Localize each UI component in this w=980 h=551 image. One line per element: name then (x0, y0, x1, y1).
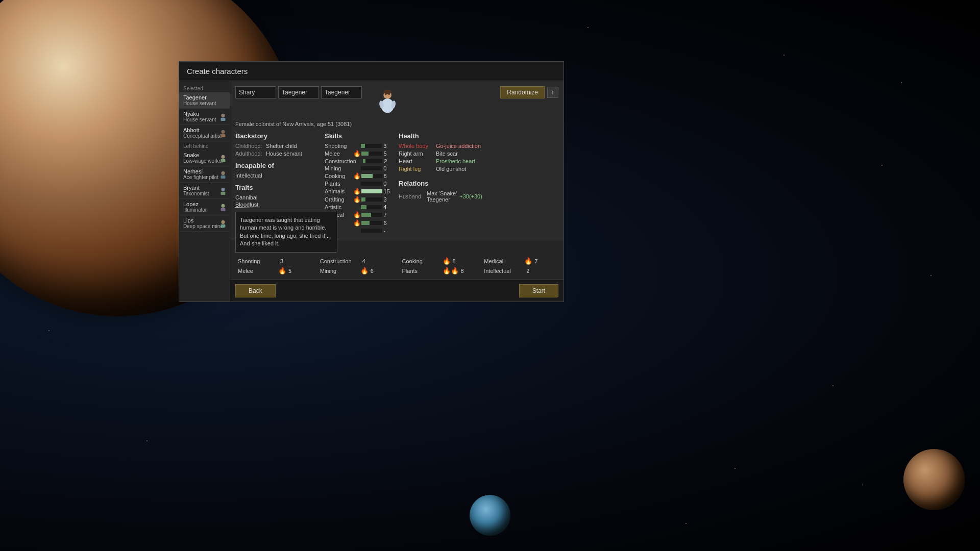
char-item-snake[interactable]: Snake Low-wage worker (179, 150, 230, 166)
ts-plants: Plants 🔥🔥 8 (402, 267, 474, 274)
ts-medical: Medical 🔥 7 (484, 257, 556, 265)
char-item-lopez[interactable]: Lopez Illuminator (179, 199, 230, 215)
health-row-1: Whole body Go-juice addiction (399, 143, 558, 149)
portrait-svg (374, 88, 402, 116)
health-condition-bite-scar: Bite scar (436, 151, 458, 157)
middle-name-input[interactable] (278, 86, 319, 98)
incapable-intellectual: Intellectual (235, 172, 317, 179)
char-item-lips[interactable]: Lips Deep space miner (179, 215, 230, 232)
main-content: Randomize i Female colonist of New Arriv… (230, 81, 564, 240)
main-area: Randomize i Female colonist of New Arriv… (230, 81, 564, 302)
bottom-buttons: Back Start (230, 280, 564, 302)
health-part-heart: Heart (399, 158, 432, 164)
skill-melee: Melee 🔥 5 (325, 150, 391, 157)
health-condition-gojuice: Go-juice addiction (436, 143, 481, 149)
health-title: Health (399, 132, 558, 140)
traits-section: Traits Cannibal Bloodlust Taegener was t… (235, 184, 317, 208)
svg-rect-7 (221, 175, 226, 178)
lips-avatar (218, 219, 228, 228)
ts-intellectual: Intellectual 2 (484, 267, 556, 274)
relations-section: Relations Husband Max 'Snake'Taegener +3… (399, 180, 558, 203)
backstory-adulthood-row: Adulthood: House servant (235, 151, 317, 157)
ts-construction: Construction 4 (320, 257, 392, 265)
svg-rect-9 (221, 191, 226, 194)
nyaku-avatar (218, 112, 228, 121)
trait-bloodlust[interactable]: Bloodlust Taegener was taught that eatin… (235, 202, 317, 208)
ts-cooking: Cooking 🔥 8 (402, 257, 474, 265)
trait-cannibal[interactable]: Cannibal (235, 194, 317, 201)
svg-point-10 (221, 204, 225, 207)
skill-crafting: Crafting 🔥 3 (325, 196, 391, 203)
first-name-input[interactable] (235, 86, 276, 98)
health-part-whole-body: Whole body (399, 143, 432, 149)
lopez-avatar (218, 203, 228, 212)
char-item-taegener[interactable]: Taegener House servant (179, 92, 230, 109)
left-column: Backstory Childhood: Shelter child Adult… (235, 132, 317, 235)
skill-mining: Mining 0 (325, 165, 391, 171)
char-item-abbott[interactable]: Abbott Conceptual artist (179, 125, 230, 141)
character-portrait (372, 86, 403, 117)
adulthood-label: Adulthood: (235, 151, 263, 157)
svg-point-17 (388, 94, 389, 95)
skill-shooting: Shooting 3 (325, 143, 391, 149)
skill-cooking: Cooking 🔥 8 (325, 172, 391, 180)
char-item-nyaku[interactable]: Nyaku House servant (179, 109, 230, 125)
abbott-avatar (218, 129, 228, 138)
svg-rect-13 (221, 224, 226, 227)
back-button[interactable]: Back (235, 284, 276, 297)
char-item-nerhesi[interactable]: Nerhesi Ace fighter pilot (179, 166, 230, 183)
character-list-sidebar: Selected Taegener House servant Nyaku Ho… (179, 81, 230, 302)
name-inputs (235, 86, 362, 98)
top-row: Randomize i (235, 86, 558, 117)
create-characters-dialog: Create characters Selected Taegener Hous… (179, 61, 564, 302)
skill-construction: Construction 2 (325, 158, 391, 164)
childhood-val: Shelter child (266, 143, 297, 149)
relation-type-husband: Husband (399, 193, 424, 199)
svg-rect-11 (221, 208, 226, 211)
svg-point-16 (385, 94, 386, 95)
start-button[interactable]: Start (519, 284, 558, 297)
svg-point-12 (221, 220, 225, 223)
incapable-title: Incapable of (235, 162, 317, 169)
health-part-right-arm: Right arm (399, 151, 432, 157)
nerhesi-avatar (218, 170, 228, 179)
moon-bottom (470, 495, 510, 536)
svg-rect-3 (221, 134, 226, 137)
left-behind-label: Left behind (179, 141, 230, 150)
snake-avatar (218, 154, 228, 163)
dialog-title: Create characters (179, 62, 564, 81)
childhood-label: Childhood: (235, 143, 263, 149)
skill-animals: Animals 🔥 15 (325, 188, 391, 195)
right-column: Health Whole body Go-juice addiction Rig… (399, 132, 558, 235)
bryant-avatar (218, 186, 228, 195)
columns: Backstory Childhood: Shelter child Adult… (235, 132, 558, 235)
health-condition-gunshot: Old gunshot (436, 166, 466, 172)
relation-row-1: Husband Max 'Snake'Taegener +30(+30) (399, 190, 558, 203)
relation-score: +30(+30) (459, 193, 482, 199)
info-button[interactable]: i (547, 87, 558, 98)
last-name-input[interactable] (321, 86, 362, 98)
backstory-title: Backstory (235, 132, 317, 140)
char-item-bryant[interactable]: Bryant Taxonomist (179, 183, 230, 199)
health-row-3: Heart Prosthetic heart (399, 158, 558, 164)
dialog-body: Selected Taegener House servant Nyaku Ho… (179, 81, 564, 302)
health-row-4: Right leg Old gunshot (399, 166, 558, 172)
skill-artistic: Artistic 4 (325, 204, 391, 210)
adulthood-val: House servant (266, 151, 302, 157)
svg-point-8 (221, 187, 225, 191)
health-part-right-leg: Right leg (399, 166, 432, 172)
health-row-2: Right arm Bite scar (399, 151, 558, 157)
ts-melee: Melee 🔥 5 (238, 267, 310, 274)
randomize-button[interactable]: Randomize (500, 86, 545, 98)
relations-title: Relations (399, 180, 558, 187)
ts-mining: Mining 🔥 6 (320, 267, 392, 274)
character-description: Female colonist of New Arrivals, age 51 … (235, 121, 558, 127)
incapable-section: Incapable of Intellectual (235, 162, 317, 179)
bloodlust-tooltip: Taegener was taught that eating human me… (235, 212, 337, 253)
skills-title: Skills (325, 132, 391, 140)
planet-right (903, 449, 965, 510)
traits-title: Traits (235, 184, 317, 191)
svg-point-15 (383, 89, 391, 94)
svg-point-4 (221, 155, 225, 158)
top-right-buttons: Randomize i (500, 86, 558, 98)
